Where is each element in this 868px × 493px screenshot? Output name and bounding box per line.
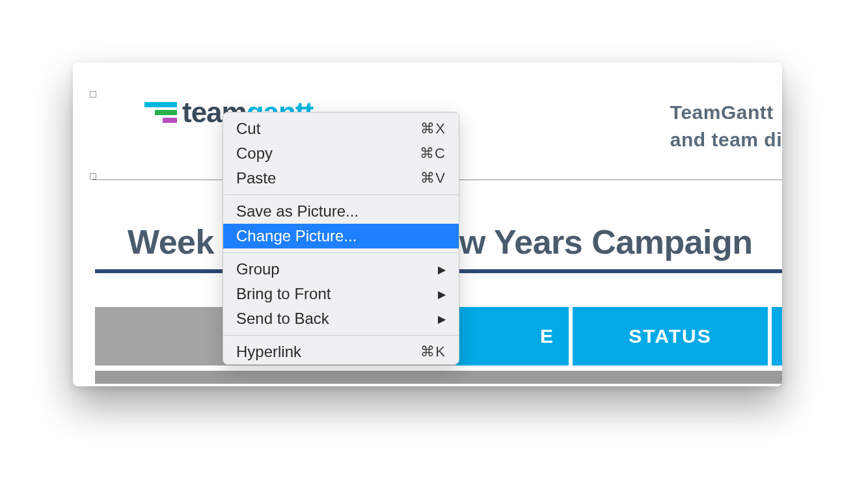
- menu-bring-to-front[interactable]: Bring to Front ▶: [223, 282, 459, 306]
- chevron-right-icon: ▶: [438, 263, 446, 276]
- menu-item-shortcut: ⌘C: [420, 145, 446, 162]
- logo-bars-icon: [144, 102, 177, 123]
- menu-paste[interactable]: Paste ⌘V: [223, 166, 459, 191]
- table-header-cell: E: [455, 307, 569, 366]
- menu-item-label: Group: [236, 260, 280, 278]
- menu-item-label: Cut: [236, 120, 260, 138]
- menu-copy[interactable]: Copy ⌘C: [223, 141, 459, 166]
- menu-separator: [223, 252, 459, 253]
- top-right-text: TeamGantt and team di: [670, 99, 782, 153]
- menu-hyperlink[interactable]: Hyperlink ⌘K: [223, 340, 459, 364]
- selection-handle-icon[interactable]: [90, 91, 96, 98]
- top-right-line2: and team di: [670, 126, 782, 153]
- menu-item-shortcut: ⌘V: [420, 170, 446, 187]
- chevron-right-icon: ▶: [438, 288, 446, 300]
- menu-item-shortcut: ⌘X: [420, 120, 446, 137]
- menu-send-to-back[interactable]: Send to Back ▶: [223, 306, 459, 331]
- top-right-line1: TeamGantt: [670, 99, 782, 126]
- menu-separator: [223, 335, 459, 336]
- chevron-right-icon: ▶: [438, 313, 446, 325]
- table-header-cell: [772, 307, 782, 366]
- menu-item-label: Bring to Front: [236, 285, 331, 303]
- table-header-status: STATUS: [573, 307, 768, 366]
- menu-item-label: Paste: [236, 169, 276, 187]
- menu-item-label: Save as Picture...: [236, 202, 359, 220]
- menu-item-label: Hyperlink: [236, 343, 301, 361]
- table-row: [95, 371, 782, 384]
- context-menu: Cut ⌘X Copy ⌘C Paste ⌘V Save as Picture.…: [223, 112, 459, 365]
- menu-item-label: Change Picture...: [236, 227, 357, 245]
- menu-change-picture[interactable]: Change Picture...: [223, 224, 459, 248]
- menu-save-as-picture[interactable]: Save as Picture...: [223, 199, 459, 224]
- menu-item-label: Copy: [236, 144, 273, 163]
- menu-item-label: Send to Back: [236, 310, 329, 328]
- menu-cut[interactable]: Cut ⌘X: [223, 116, 459, 141]
- menu-group[interactable]: Group ▶: [223, 257, 459, 282]
- document-window: teamgantt TeamGantt and team di Week ew …: [73, 62, 782, 386]
- menu-separator: [223, 194, 459, 195]
- menu-item-shortcut: ⌘K: [420, 343, 446, 360]
- selection-handle-icon[interactable]: [90, 173, 96, 180]
